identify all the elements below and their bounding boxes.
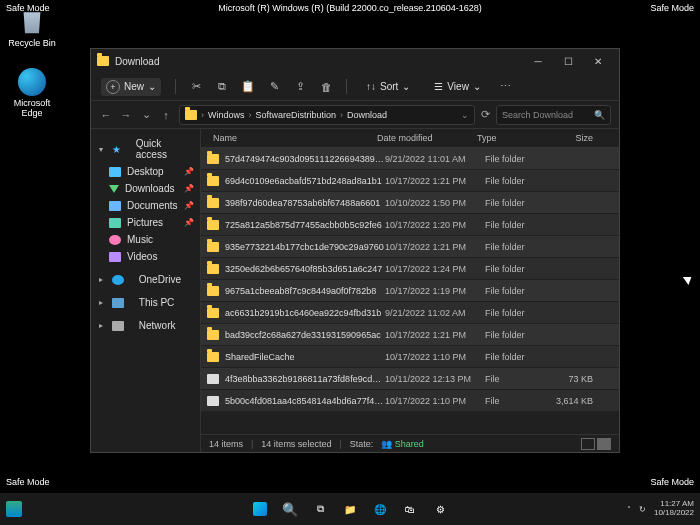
sidebar-item-label: Music xyxy=(127,234,153,245)
sidebar-item-documents[interactable]: Documents📌 xyxy=(91,197,200,214)
crumb-0[interactable]: Windows xyxy=(208,110,245,120)
table-row[interactable]: 725a812a5b875d77455acbb0b5c92fe610/17/20… xyxy=(201,214,619,235)
documents-icon xyxy=(109,201,121,211)
table-row[interactable]: ac6631b2919b1c6460ea922c94fbd31b9/21/202… xyxy=(201,302,619,323)
tray-sync-icon[interactable]: ↻ xyxy=(639,505,646,514)
recent-button[interactable]: ⌄ xyxy=(139,108,153,121)
file-date: 10/11/2022 12:13 PM xyxy=(385,374,485,384)
sidebar-network[interactable]: ▸ Network xyxy=(91,317,200,334)
table-row[interactable]: 69d4c0109e6acbafd571bd248ad8a1b110/17/20… xyxy=(201,170,619,191)
titlebar[interactable]: Download ─ ☐ ✕ xyxy=(91,49,619,73)
chevron-down-icon[interactable]: ⌄ xyxy=(461,110,469,120)
task-view-button[interactable]: ⧉ xyxy=(307,496,333,522)
file-type: File folder xyxy=(485,220,555,230)
sidebar-item-downloads[interactable]: Downloads📌 xyxy=(91,180,200,197)
sidebar-item-pictures[interactable]: Pictures📌 xyxy=(91,214,200,231)
state-value: 👥 Shared xyxy=(381,439,424,449)
table-row[interactable]: 398f97d60dea78753ab6bf67488a660110/10/20… xyxy=(201,192,619,213)
sidebar-this-pc[interactable]: ▸ This PC xyxy=(91,294,200,311)
file-list: Name Date modified Type Size 57d4749474c… xyxy=(201,129,619,452)
system-tray[interactable]: ˄ ↻ 11:27 AM 10/18/2022 xyxy=(627,500,694,518)
paste-icon[interactable]: 📋 xyxy=(242,81,254,93)
table-row[interactable]: 57d4749474c903d0951112266943891b19/21/20… xyxy=(201,148,619,169)
maximize-button[interactable]: ☐ xyxy=(553,49,583,73)
sidebar-item-music[interactable]: Music xyxy=(91,231,200,248)
recycle-bin-label: Recycle Bin xyxy=(8,38,56,48)
window-title: Download xyxy=(115,56,159,67)
large-icons-view-button[interactable] xyxy=(597,438,611,450)
col-date[interactable]: Date modified xyxy=(377,133,477,143)
details-view-button[interactable] xyxy=(581,438,595,450)
watermark-bl: Safe Mode xyxy=(6,477,50,487)
table-row[interactable]: 5b00c4fd081aa4c854814a4bd6a77f4644f9...1… xyxy=(201,390,619,411)
pin-icon: 📌 xyxy=(184,201,194,210)
copy-icon[interactable]: ⧉ xyxy=(216,81,228,93)
desktop-icon-recycle-bin[interactable]: Recycle Bin xyxy=(8,8,56,48)
desktop-icon-edge[interactable]: Microsoft Edge xyxy=(8,68,56,118)
sidebar-quick-access[interactable]: ▾★ Quick access xyxy=(91,135,200,163)
table-row[interactable]: 935e7732214b177cbc1de790c29a976010/17/20… xyxy=(201,236,619,257)
onedrive-label: OneDrive xyxy=(139,274,181,285)
star-icon: ★ xyxy=(112,144,121,155)
file-size: 73 KB xyxy=(555,374,613,384)
crumb-2[interactable]: Download xyxy=(347,110,387,120)
file-explorer-window: Download ─ ☐ ✕ + New ⌄ ✂ ⧉ 📋 ✎ ⇪ 🗑 ↑↓ So… xyxy=(90,48,620,453)
cut-icon[interactable]: ✂ xyxy=(190,81,202,93)
sidebar-item-desktop[interactable]: Desktop📌 xyxy=(91,163,200,180)
windows-icon xyxy=(253,502,267,516)
pictures-icon xyxy=(109,218,121,228)
taskbar-app[interactable]: ⚙ xyxy=(427,496,453,522)
minimize-button[interactable]: ─ xyxy=(523,49,553,73)
sidebar-item-videos[interactable]: Videos xyxy=(91,248,200,265)
up-button[interactable]: ↑ xyxy=(159,109,173,121)
chevron-right-icon: ▸ xyxy=(99,298,103,307)
table-row[interactable]: 3250ed62b6b657640f85b3d651a6c24710/17/20… xyxy=(201,258,619,279)
share-icon[interactable]: ⇪ xyxy=(294,81,306,93)
table-row[interactable]: bad39ccf2c68a627de331931590965ac10/17/20… xyxy=(201,324,619,345)
file-name: 3250ed62b6b657640f85b3d651a6c247 xyxy=(225,264,385,274)
taskbar-explorer[interactable]: 📁 xyxy=(337,496,363,522)
taskbar[interactable]: 🔍 ⧉ 📁 🌐 🛍 ⚙ ˄ ↻ 11:27 AM 10/18/2022 xyxy=(0,493,700,525)
refresh-button[interactable]: ⟳ xyxy=(481,108,490,121)
taskbar-edge[interactable]: 🌐 xyxy=(367,496,393,522)
more-icon[interactable]: ⋯ xyxy=(500,81,512,93)
sidebar-onedrive[interactable]: ▸ OneDrive xyxy=(91,271,200,288)
clock[interactable]: 11:27 AM 10/18/2022 xyxy=(654,500,694,518)
view-icon: ☰ xyxy=(434,81,443,92)
file-date: 10/17/2022 1:21 PM xyxy=(385,330,485,340)
column-headers[interactable]: Name Date modified Type Size xyxy=(201,129,619,148)
taskbar-store[interactable]: 🛍 xyxy=(397,496,423,522)
search-button[interactable]: 🔍 xyxy=(277,496,303,522)
search-input[interactable]: Search Download 🔍 xyxy=(496,105,611,125)
rename-icon[interactable]: ✎ xyxy=(268,81,280,93)
widgets-button[interactable] xyxy=(6,501,22,517)
recycle-bin-icon xyxy=(18,8,46,36)
delete-icon[interactable]: 🗑 xyxy=(320,81,332,93)
col-size[interactable]: Size xyxy=(547,133,613,143)
tray-chevron-icon[interactable]: ˄ xyxy=(627,505,631,514)
col-name[interactable]: Name xyxy=(207,133,377,143)
downloads-icon xyxy=(109,185,119,193)
crumb-1[interactable]: SoftwareDistribution xyxy=(256,110,337,120)
table-row[interactable]: 9675a1cbeeab8f7c9c8449a0f0f782b810/17/20… xyxy=(201,280,619,301)
back-button[interactable]: ← xyxy=(99,109,113,121)
edge-label: Microsoft Edge xyxy=(8,98,56,118)
file-date: 10/17/2022 1:19 PM xyxy=(385,286,485,296)
watermark-right: Safe Mode xyxy=(650,3,694,13)
breadcrumb[interactable]: › Windows › SoftwareDistribution › Downl… xyxy=(179,105,475,125)
mouse-cursor xyxy=(683,273,694,285)
sort-button[interactable]: ↑↓ Sort ⌄ xyxy=(361,79,415,94)
file-name: SharedFileCache xyxy=(225,352,385,362)
table-row[interactable]: SharedFileCache10/17/2022 1:10 PMFile fo… xyxy=(201,346,619,367)
chevron-right-icon: › xyxy=(201,110,204,120)
view-button[interactable]: ☰ View ⌄ xyxy=(429,79,486,94)
rows-container: 57d4749474c903d0951112266943891b19/21/20… xyxy=(201,148,619,434)
network-label: Network xyxy=(139,320,176,331)
close-button[interactable]: ✕ xyxy=(583,49,613,73)
start-button[interactable] xyxy=(247,496,273,522)
table-row[interactable]: 4f3e8bba3362b9186811a73fd8fe9cd28355...1… xyxy=(201,368,619,389)
col-type[interactable]: Type xyxy=(477,133,547,143)
new-button[interactable]: + New ⌄ xyxy=(101,78,161,96)
folder-icon xyxy=(185,110,197,120)
forward-button[interactable]: → xyxy=(119,109,133,121)
